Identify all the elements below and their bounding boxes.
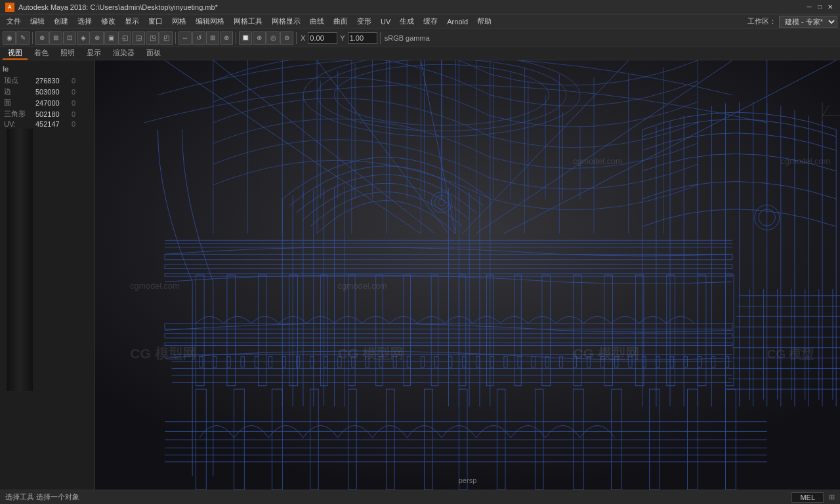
toolbar-btn-move[interactable]: ↔ xyxy=(178,32,192,45)
app-icon: A xyxy=(5,3,14,12)
svg-line-178 xyxy=(165,60,421,234)
toolbar-btn-snap-1[interactable]: 🔲 xyxy=(239,32,252,45)
stats-row-tris: 三角形 502180 0 xyxy=(0,108,94,119)
left-column-display xyxy=(0,129,94,391)
svg-rect-141 xyxy=(476,356,480,367)
svg-rect-121 xyxy=(200,356,203,367)
svg-rect-66 xyxy=(542,275,551,386)
menu-mesh-display[interactable]: 网格显示 xyxy=(268,15,304,28)
menu-generate[interactable]: 生成 xyxy=(396,15,418,28)
toolbar-sep-2 xyxy=(175,32,176,44)
svg-rect-51 xyxy=(165,324,732,329)
svg-rect-128 xyxy=(296,356,299,367)
toolbar-btn-lasso[interactable]: ✎ xyxy=(16,32,30,45)
svg-rect-83 xyxy=(573,389,583,490)
menu-window[interactable]: 窗口 xyxy=(144,15,167,28)
menu-deform[interactable]: 变形 xyxy=(353,15,375,28)
toolbar-btn-4[interactable]: ◈ xyxy=(77,32,90,45)
svg-rect-67 xyxy=(573,275,581,386)
menu-mesh-tools[interactable]: 网格工具 xyxy=(230,15,266,28)
translate-x-input[interactable] xyxy=(308,32,337,44)
mel-indicator[interactable]: MEL xyxy=(791,492,824,503)
menu-help[interactable]: 帮助 xyxy=(473,15,495,28)
menu-cache[interactable]: 缓存 xyxy=(419,15,442,28)
menu-mesh[interactable]: 网格 xyxy=(168,15,190,28)
toolbar-btn-universal[interactable]: ⊕ xyxy=(220,32,233,45)
svg-rect-70 xyxy=(667,275,675,386)
stats-label-faces: 面 xyxy=(4,98,35,108)
toolbar-btn-8[interactable]: ◲ xyxy=(132,32,145,45)
title-bar: A Autodesk Maya 2018: C:\Users\admin\Des… xyxy=(0,0,840,14)
svg-rect-65 xyxy=(514,275,522,386)
workspace-dropdown[interactable]: 建模 - 专家* xyxy=(779,16,837,28)
svg-rect-148 xyxy=(573,356,576,367)
toolbar-sep-3 xyxy=(236,32,236,44)
menu-display[interactable]: 显示 xyxy=(121,15,143,28)
tab-view[interactable]: 视图 xyxy=(3,47,28,60)
svg-rect-63 xyxy=(459,275,466,386)
menu-file[interactable]: 文件 xyxy=(3,15,25,28)
toolbar-btn-select[interactable]: ◉ xyxy=(3,32,16,45)
svg-rect-134 xyxy=(379,356,383,367)
toolbar-btn-snap-2[interactable]: ⊕ xyxy=(253,32,266,45)
toolbar-group-2: ⊕ ⊞ ⊡ ◈ ⊗ ▣ ◱ ◲ ◳ ◰ xyxy=(35,32,173,45)
toolbar-btn-scale[interactable]: ⊞ xyxy=(206,32,219,45)
svg-point-18 xyxy=(334,64,549,125)
menu-create[interactable]: 创建 xyxy=(50,15,72,28)
maximize-button[interactable]: □ xyxy=(815,3,824,12)
toolbar-btn-9[interactable]: ◳ xyxy=(146,32,159,45)
svg-point-112 xyxy=(438,199,446,206)
svg-line-179 xyxy=(213,60,435,234)
svg-rect-53 xyxy=(165,343,732,345)
menu-modify[interactable]: 修改 xyxy=(97,15,119,28)
tab-lighting[interactable]: 照明 xyxy=(55,47,80,60)
svg-point-110 xyxy=(431,192,452,213)
toolbar-btn-3[interactable]: ⊡ xyxy=(63,32,76,45)
menu-curves[interactable]: 曲线 xyxy=(306,15,328,28)
menu-arnold[interactable]: Arnold xyxy=(443,16,472,27)
tab-shading[interactable]: 着色 xyxy=(29,47,54,60)
svg-rect-124 xyxy=(241,356,244,367)
tab-panel[interactable]: 面板 xyxy=(141,47,166,60)
tab-renderer[interactable]: 渲染器 xyxy=(108,47,140,60)
toolbar-btn-7[interactable]: ◱ xyxy=(118,32,131,45)
window-controls[interactable]: ─ □ ✕ xyxy=(805,3,835,12)
toolbar-btn-snap-3[interactable]: ◎ xyxy=(266,32,280,45)
svg-rect-151 xyxy=(615,356,618,367)
menu-edit[interactable]: 编辑 xyxy=(26,15,49,28)
toolbar-btn-2[interactable]: ⊞ xyxy=(49,32,62,45)
viewport[interactable]: CG 模型网 CG 模型网 CG 模型网 CG 模型 cgmodel.com c… xyxy=(95,60,840,490)
menu-edit-mesh[interactable]: 编辑网格 xyxy=(192,15,228,28)
stats-header: Ie xyxy=(3,65,9,73)
tab-show[interactable]: 显示 xyxy=(81,47,106,60)
svg-rect-137 xyxy=(421,356,424,367)
svg-rect-84 xyxy=(611,389,621,490)
svg-rect-72 xyxy=(725,275,734,386)
menu-uv[interactable]: UV xyxy=(377,16,394,27)
toolbar-btn-snap-4[interactable]: ⊖ xyxy=(280,32,293,45)
toolbar-btn-6[interactable]: ▣ xyxy=(104,32,117,45)
svg-rect-62 xyxy=(431,275,438,386)
color-space-label: sRGB gamma xyxy=(383,34,431,42)
status-expand-button[interactable]: ⊞ xyxy=(829,493,835,501)
toolbar-btn-1[interactable]: ⊕ xyxy=(35,32,49,45)
translate-y-input[interactable] xyxy=(348,32,377,44)
stats-value-verts: 276830 xyxy=(35,77,72,85)
svg-rect-135 xyxy=(393,356,396,367)
menu-surfaces[interactable]: 曲面 xyxy=(329,15,352,28)
svg-rect-60 xyxy=(376,275,383,386)
svg-rect-64 xyxy=(487,275,494,386)
svg-point-115 xyxy=(759,209,775,226)
close-button[interactable]: ✕ xyxy=(826,3,835,12)
view-tabs: 视图 着色 照明 显示 渲染器 面板 xyxy=(0,47,840,60)
svg-rect-152 xyxy=(629,356,632,367)
svg-point-16 xyxy=(303,60,580,136)
title-text: Autodesk Maya 2018: C:\Users\admin\Deskt… xyxy=(18,3,218,11)
toolbar-btn-rotate[interactable]: ↺ xyxy=(192,32,205,45)
svg-rect-147 xyxy=(559,356,562,367)
toolbar-btn-10[interactable]: ◰ xyxy=(159,32,173,45)
svg-rect-52 xyxy=(165,334,732,338)
minimize-button[interactable]: ─ xyxy=(805,3,814,12)
menu-select[interactable]: 选择 xyxy=(74,15,96,28)
toolbar-btn-5[interactable]: ⊗ xyxy=(91,32,104,45)
